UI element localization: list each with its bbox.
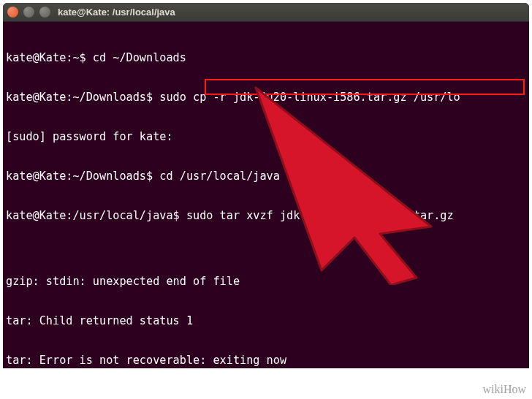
terminal-line: kate@Kate:~$ cd ~/Downloads xyxy=(6,51,526,64)
terminal-line: kate@Kate:/usr/local/java$ sudo tar xvzf… xyxy=(6,209,526,222)
terminal-line: kate@Kate:~/Downloads$ sudo cp -r jdk-8u… xyxy=(6,91,526,104)
window-controls xyxy=(7,7,50,18)
terminal-line: [sudo] password for kate: xyxy=(6,130,526,143)
terminal-line: tar: Error is not recoverable: exiting n… xyxy=(6,354,526,367)
terminal-line: gzip: stdin: unexpected end of file xyxy=(6,275,526,288)
window-title: kate@Kate: /usr/local/java xyxy=(50,7,525,18)
terminal-line: kate@Kate:~/Downloads$ cd /usr/local/jav… xyxy=(6,170,526,183)
terminal-line: tar: Child returned status 1 xyxy=(6,314,526,327)
terminal-window: kate@Kate: /usr/local/java kate@Kate:~$ … xyxy=(3,3,529,368)
watermark: wikiHow xyxy=(482,383,526,396)
maximize-icon[interactable] xyxy=(39,7,50,18)
terminal-content[interactable]: kate@Kate:~$ cd ~/Downloads kate@Kate:~/… xyxy=(3,22,529,368)
minimize-icon[interactable] xyxy=(23,7,34,18)
titlebar: kate@Kate: /usr/local/java xyxy=(3,3,529,22)
close-icon[interactable] xyxy=(7,7,18,18)
